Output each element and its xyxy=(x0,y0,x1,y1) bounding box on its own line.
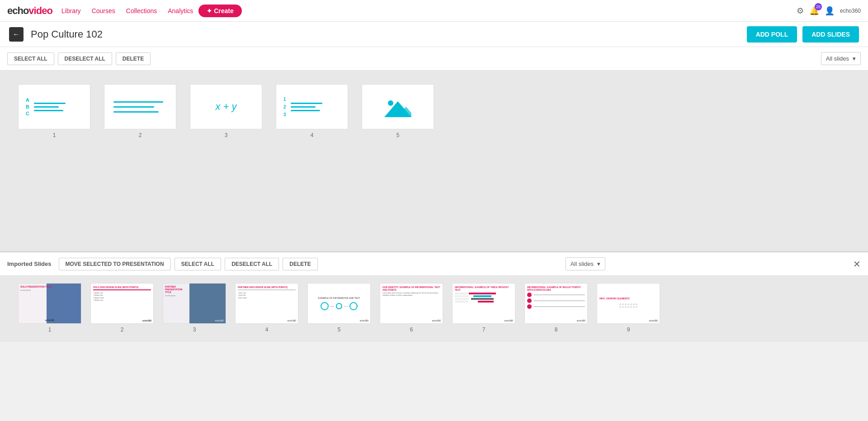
imported-slide-number-6: 6 xyxy=(410,326,413,333)
imported-slide-number-2: 2 xyxy=(121,326,124,333)
slide-numbered-lines-icon xyxy=(291,103,340,111)
header-buttons: ADD POLL ADD SLIDES xyxy=(747,26,859,43)
imported-select-all-button[interactable]: SELECT ALL xyxy=(175,258,222,270)
imported-thumb-3[interactable]: PARTNER PRESENTATION TITLE Lorem ipsum e… xyxy=(163,283,226,324)
add-slides-button[interactable]: ADD SLIDES xyxy=(802,26,859,43)
close-imported-button[interactable]: ✕ xyxy=(853,259,861,270)
imported-label: Imported Slides xyxy=(7,260,52,267)
page-header: ← Pop Culture 102 ADD POLL ADD SLIDES xyxy=(0,22,868,47)
slide-item-3[interactable]: x + y 3 xyxy=(190,84,262,138)
main-toolbar: SELECT ALL DESELECT ALL DELETE All slide… xyxy=(0,47,868,71)
imported-slide-item-8[interactable]: INFORMATIONAL: EXAMPLE OF BULLET POINTS … xyxy=(524,283,588,333)
echosso-label: echo360 xyxy=(840,8,861,14)
chevron-down-icon: ▾ xyxy=(853,55,856,62)
slide-abc-icon: ABC xyxy=(26,97,29,116)
imported-slide-item-4[interactable]: PARTNER DISCUSSION SLIDE (WITH POINTS) •… xyxy=(235,283,298,333)
slide-numbers-icon: 123 xyxy=(283,97,286,117)
create-button[interactable]: ✦ Create xyxy=(198,5,241,17)
imported-slide-number-8: 8 xyxy=(555,326,558,333)
imported-slides-filter[interactable]: All slides ▾ xyxy=(566,257,605,270)
slide-thumb-1[interactable]: ABC xyxy=(18,84,90,129)
image-icon xyxy=(384,97,411,117)
formula-icon: x + y xyxy=(215,101,236,113)
imported-slide-item-6[interactable]: OUR IDENTITY: EXAMPLE OF INFORMATIONAL T… xyxy=(380,283,443,333)
toolbar-right: All slides ▾ xyxy=(821,52,861,65)
imported-thumb-7[interactable]: INFORMATIONAL: EXAMPLE OF TABLE WITHOUT … xyxy=(452,283,515,324)
imported-filter-label: All slides xyxy=(571,260,594,267)
settings-icon[interactable]: ⚙ xyxy=(797,6,804,16)
imported-slide-item-7[interactable]: INFORMATIONAL: EXAMPLE OF TABLE WITHOUT … xyxy=(452,283,515,333)
notification-badge: 25 xyxy=(815,3,822,10)
nav-library[interactable]: Library xyxy=(61,7,81,14)
slide-number-3: 3 xyxy=(225,132,228,138)
slide-lines-icon xyxy=(34,103,83,111)
slide-item-5[interactable]: 5 xyxy=(362,84,434,138)
imported-thumb-9[interactable]: INFO: GRAPHIC ELEMENTS xyxy=(597,283,660,324)
imported-thumb-6[interactable]: OUR IDENTITY: EXAMPLE OF INFORMATIONAL T… xyxy=(380,283,443,324)
back-button[interactable]: ← xyxy=(9,27,24,42)
imported-slide-number-7: 7 xyxy=(482,326,486,333)
deselect-all-button[interactable]: DESELECT ALL xyxy=(58,52,112,65)
nav-links: Library Courses Collections Analytics xyxy=(61,7,193,14)
logo-echo-text: echo xyxy=(7,5,28,16)
slide-number-4: 4 xyxy=(311,132,314,138)
slide-thumb-4[interactable]: 123 xyxy=(276,84,348,129)
nav-analytics[interactable]: Analytics xyxy=(168,7,193,14)
add-poll-button[interactable]: ADD POLL xyxy=(747,26,797,43)
slide-thumb-5[interactable] xyxy=(362,84,434,129)
slide-item-2[interactable]: 2 xyxy=(104,84,176,138)
logo-video-text: video xyxy=(28,5,52,16)
main-slides-area: ABC 1 2 x + y 3 xyxy=(0,71,868,251)
imported-slide-number-3: 3 xyxy=(193,326,196,333)
imported-slide-item-9[interactable]: INFO: GRAPHIC ELEMENTS xyxy=(597,283,660,333)
imported-thumb-8[interactable]: INFORMATIONAL: EXAMPLE OF BULLET POINTS … xyxy=(524,283,588,324)
slide-item-4[interactable]: 123 4 xyxy=(276,84,348,138)
svg-point-0 xyxy=(388,100,393,106)
user-icon[interactable]: 👤 xyxy=(825,6,835,16)
imported-slide-number-5: 5 xyxy=(338,326,341,333)
imported-slide-number-9: 9 xyxy=(627,326,630,333)
imported-toolbar-right: All slides ▾ xyxy=(566,257,605,270)
filter-label: All slides xyxy=(826,55,849,62)
imported-toolbar: Imported Slides MOVE SELECTED TO PRESENT… xyxy=(0,252,868,276)
imported-section: Imported Slides MOVE SELECTED TO PRESENT… xyxy=(0,251,868,342)
imported-thumb-2[interactable]: SOLO DISCUSSION SLIDE (WITH POINTS) • Op… xyxy=(90,283,154,324)
slide-number-1: 1 xyxy=(53,132,56,138)
imported-thumb-5[interactable]: EXAMPLE OF INFORMATIVE AND TEXT echo360 xyxy=(307,283,371,324)
delete-button[interactable]: DELETE xyxy=(116,52,151,65)
slide-thumb-2[interactable] xyxy=(104,84,176,129)
imported-chevron-icon: ▾ xyxy=(597,260,600,267)
notifications-icon[interactable]: 🔔 25 xyxy=(809,6,819,16)
slide-item-1[interactable]: ABC 1 xyxy=(18,84,90,138)
select-all-button[interactable]: SELECT ALL xyxy=(7,52,54,65)
logo: echovideo xyxy=(7,5,52,17)
imported-slide-item-2[interactable]: SOLO DISCUSSION SLIDE (WITH POINTS) • Op… xyxy=(90,283,154,333)
slide-number-2: 2 xyxy=(139,132,142,138)
nav-right: ⚙ 🔔 25 👤 echo360 xyxy=(797,6,861,16)
slide-number-5: 5 xyxy=(396,132,400,138)
imported-thumb-4[interactable]: PARTNER DISCUSSION SLIDE (WITH POINTS) •… xyxy=(235,283,298,324)
imported-slide-number-4: 4 xyxy=(265,326,269,333)
imported-thumb-1[interactable]: SOLO PRESENTATION TITLE Lorem ipsum echo… xyxy=(18,283,81,324)
imported-delete-button[interactable]: DELETE xyxy=(283,258,317,270)
imported-slide-item-1[interactable]: SOLO PRESENTATION TITLE Lorem ipsum echo… xyxy=(18,283,81,333)
move-selected-button[interactable]: MOVE SELECTED TO PRESENTATION xyxy=(59,258,171,270)
imported-slide-number-1: 1 xyxy=(48,326,52,333)
imported-slides-area: SOLO PRESENTATION TITLE Lorem ipsum echo… xyxy=(0,276,868,342)
imported-slide-item-3[interactable]: PARTNER PRESENTATION TITLE Lorem ipsum e… xyxy=(163,283,226,333)
nav-collections[interactable]: Collections xyxy=(126,7,157,14)
imported-slide-item-5[interactable]: EXAMPLE OF INFORMATIVE AND TEXT echo360 … xyxy=(307,283,371,333)
slide-thumb-3[interactable]: x + y xyxy=(190,84,262,129)
top-nav: echovideo Library Courses Collections An… xyxy=(0,0,868,22)
slides-filter-dropdown[interactable]: All slides ▾ xyxy=(821,52,861,65)
page-title: Pop Culture 102 xyxy=(31,28,103,40)
nav-courses[interactable]: Courses xyxy=(92,7,115,14)
imported-deselect-all-button[interactable]: DESELECT ALL xyxy=(225,258,279,270)
